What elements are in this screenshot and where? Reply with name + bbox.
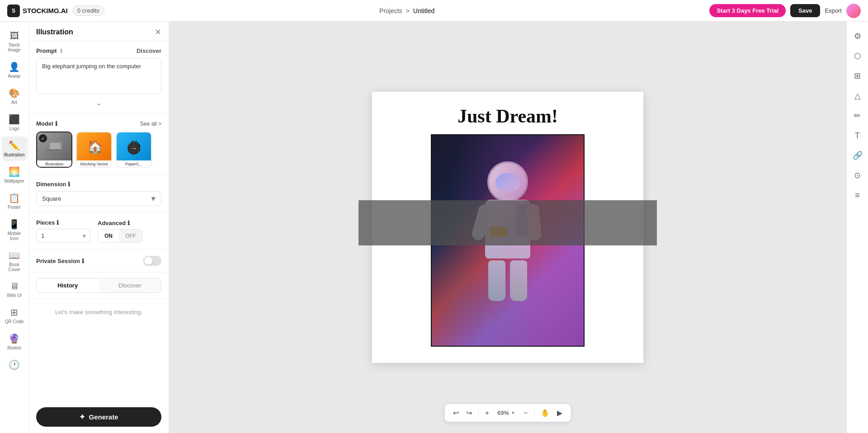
pieces-section: Pieces ℹ 1 2 3 4 ▼ A: [29, 213, 169, 249]
model-info-icon[interactable]: ℹ: [55, 120, 57, 127]
advanced-off-button[interactable]: OFF: [119, 230, 142, 242]
prompt-expand-button[interactable]: ⌄: [96, 99, 102, 107]
breadcrumb: Projects > Untitled: [379, 7, 434, 14]
pieces-select[interactable]: 1 2 3 4: [36, 229, 90, 243]
advanced-on-button[interactable]: ON: [98, 230, 119, 242]
model-arrow-icon: →: [127, 142, 140, 155]
sidebar-item-book-cover[interactable]: 📖 Book Cover: [2, 246, 27, 276]
model-name-stocking: Stocking Vector: [77, 160, 111, 168]
sidebar-item-history[interactable]: 🕐: [2, 356, 27, 374]
qr-code-icon: ⊞: [10, 307, 18, 318]
close-panel-button[interactable]: ✕: [155, 28, 161, 36]
pen-tool-button[interactable]: ✏: [849, 107, 867, 125]
mobile-icon-icon: 📱: [9, 219, 20, 230]
cursor-tool-button[interactable]: ▶: [554, 407, 565, 419]
sidebar-item-illusion[interactable]: 🔮 Illusion: [2, 329, 27, 354]
astro-legs: [472, 260, 544, 301]
zoom-dropdown-arrow: ▼: [511, 410, 515, 415]
discover-link[interactable]: Discover: [137, 47, 161, 54]
prompt-info-icon[interactable]: ℹ: [60, 48, 62, 54]
prompt-textarea[interactable]: Big elephant jumping on the computer: [36, 58, 161, 94]
history-sidebar-icon: 🕐: [9, 359, 20, 370]
pieces-group: Pieces ℹ 1 2 3 4 ▼: [36, 219, 90, 243]
sidebar-label-illustration: Illustration: [4, 152, 25, 157]
sidebar-label-mobile-icon: Mobile Icon: [5, 231, 24, 241]
logo-icon: S: [7, 5, 20, 17]
wallpaper-icon: 🌅: [9, 166, 20, 177]
shapes-tool-button[interactable]: △: [849, 87, 867, 105]
pieces-label: Pieces: [36, 219, 55, 226]
right-panel: ⚙ ⬡ ⊞ △ ✏ T 🔗 ⊙ ≡: [846, 22, 868, 433]
layers-tool-button[interactable]: ⬡: [849, 47, 867, 65]
logo-sidebar-icon: ⬛: [9, 114, 20, 125]
model-name-illustration: Illustration: [37, 160, 71, 168]
dimension-info-icon[interactable]: ℹ: [68, 181, 70, 188]
toolbar-separator-1: [478, 409, 479, 418]
tabs-section: History Discover: [29, 273, 169, 299]
avatar[interactable]: [846, 4, 861, 18]
grid-tool-button[interactable]: ⊞: [849, 67, 867, 85]
sidebar-item-wallpaper[interactable]: 🌅 Wallpaper: [2, 163, 27, 187]
svg-rect-2: [46, 149, 64, 151]
sidebar-label-logo: Logo: [9, 126, 19, 131]
panel-title: Illustration: [36, 28, 73, 36]
tab-discover[interactable]: Discover: [99, 278, 161, 292]
see-all-link[interactable]: See all >: [140, 121, 161, 127]
zoom-out-button[interactable]: −: [521, 407, 530, 419]
undo-button[interactable]: ↩: [450, 407, 462, 419]
private-session-toggle[interactable]: [143, 256, 161, 266]
panel-sidebar: Illustration ✕ Prompt ℹ Discover Big ele…: [29, 22, 169, 433]
sidebar-item-qr-code[interactable]: ⊞ QR Code: [2, 303, 27, 328]
advanced-info-icon[interactable]: ℹ: [127, 220, 130, 226]
toggle-knob: [144, 257, 152, 265]
sidebar-item-illustration[interactable]: ✏️ Illustration: [2, 136, 27, 161]
sidebar-item-logo[interactable]: ⬛ Logo: [2, 110, 27, 135]
model-card-illustration[interactable]: ✓ Illustration: [36, 132, 72, 168]
model-card-stocking[interactable]: 🏠 Stocking Vector: [76, 132, 112, 168]
sidebar-item-poster[interactable]: 📋 Poster: [2, 189, 27, 213]
sticker-tool-button[interactable]: ⊙: [849, 166, 867, 184]
logo-area[interactable]: S STOCKIMG.AI: [7, 5, 68, 17]
model-thumb-stocking: 🏠: [77, 132, 112, 160]
pieces-info-icon[interactable]: ℹ: [57, 219, 59, 226]
history-discover-tabs: History Discover: [36, 278, 161, 293]
sidebar-item-art[interactable]: 🎨 Art: [2, 84, 27, 108]
credits-badge[interactable]: 0 credits: [72, 5, 104, 16]
text-tool-button[interactable]: T: [849, 127, 867, 145]
private-info-icon[interactable]: ℹ: [82, 258, 84, 264]
export-button[interactable]: Export: [825, 7, 842, 14]
astro-visor: [495, 173, 520, 191]
zoom-in-button[interactable]: +: [482, 407, 492, 419]
stack-tool-button[interactable]: ≡: [849, 186, 867, 204]
sidebar-label-qr-code: QR Code: [5, 319, 24, 324]
redo-button[interactable]: ↪: [463, 407, 475, 419]
main-layout: 🖼 Stock Image 👤 Avatar 🎨 Art ⬛ Logo ✏️ I…: [0, 22, 868, 433]
sidebar-item-web-ui[interactable]: 🖥 Web UI: [2, 278, 27, 301]
sidebar-item-avatar[interactable]: 👤 Avatar: [2, 58, 27, 82]
zoom-display[interactable]: 69% ▼: [494, 408, 519, 418]
private-session-section: Private Session ℹ: [29, 249, 169, 273]
link-tool-button[interactable]: 🔗: [849, 146, 867, 165]
breadcrumb-sep: >: [406, 7, 410, 14]
hand-tool-button[interactable]: ✋: [538, 407, 552, 419]
web-ui-icon: 🖥: [10, 281, 19, 292]
settings-tool-button[interactable]: ⚙: [849, 27, 867, 45]
dimension-section: Dimension ℹ Square Portrait Landscape ▼: [29, 174, 169, 213]
model-card-paper[interactable]: 🏔 → PaperC...: [116, 132, 152, 168]
tab-history[interactable]: History: [37, 278, 99, 292]
projects-link[interactable]: Projects: [379, 7, 402, 14]
sidebar-item-stock-image[interactable]: 🖼 Stock Image: [2, 27, 27, 56]
advanced-group: Advanced ℹ ON OFF: [98, 220, 143, 243]
svg-rect-1: [50, 143, 61, 150]
model-section: Model ℹ See all > ✓ Illustra: [29, 114, 169, 174]
trial-button[interactable]: Start 3 Days Free Trial: [709, 4, 786, 17]
project-title[interactable]: Untitled: [413, 7, 434, 14]
save-button[interactable]: Save: [790, 4, 820, 17]
illusion-icon: 🔮: [9, 333, 20, 344]
art-icon: 🎨: [9, 88, 20, 99]
gray-banner-overlay: [359, 200, 657, 245]
sidebar-item-mobile-icon[interactable]: 📱 Mobile Icon: [2, 215, 27, 245]
dimension-select[interactable]: Square Portrait Landscape: [36, 191, 161, 206]
generate-button[interactable]: ✦ Generate: [36, 407, 161, 427]
model-name-paper: PaperC...: [117, 160, 151, 168]
